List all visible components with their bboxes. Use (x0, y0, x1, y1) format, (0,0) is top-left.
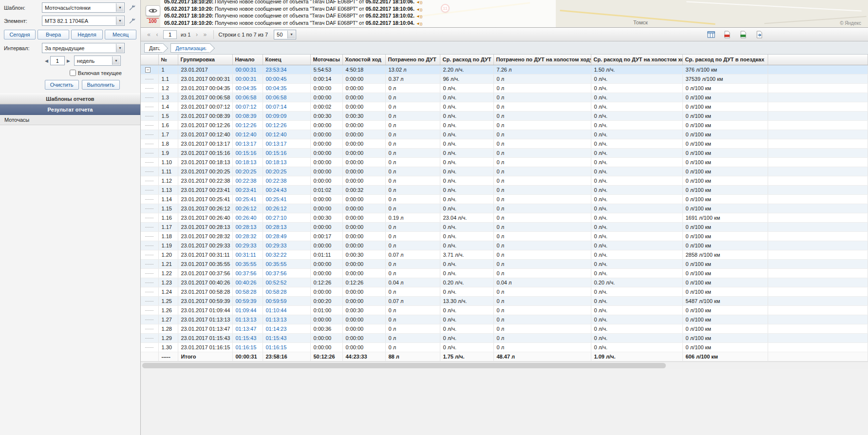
end-time-link[interactable]: 00:18:13 (266, 159, 287, 165)
column-settings-icon[interactable] (707, 30, 716, 39)
table-row[interactable]: 1.2523.01.2017 00:59:3900:59:3900:59:590… (141, 296, 868, 305)
map-strip[interactable]: Ярославль Томск 100 11 05.02.2017 18:10:… (141, 0, 868, 28)
include-current-checkbox[interactable] (70, 70, 76, 76)
table-row[interactable]: 1.2123.01.2017 00:35:5500:35:5500:35:550… (141, 259, 868, 268)
export-pdf-icon[interactable] (723, 30, 732, 39)
start-time-link[interactable]: 01:16:15 (236, 344, 257, 350)
interval-count-input[interactable] (50, 56, 65, 65)
interval-select[interactable]: За предыдущие ▼ (42, 43, 125, 53)
start-time-link[interactable]: 00:40:26 (236, 280, 257, 285)
table-row[interactable]: 1.1623.01.2017 00:26:4000:26:4000:27:100… (141, 213, 868, 222)
end-time-link[interactable]: 00:26:12 (266, 206, 287, 211)
result-item-motohours[interactable]: Моточасы (0, 115, 140, 125)
export-file-icon[interactable] (755, 30, 764, 39)
end-time-link[interactable]: 00:28:13 (266, 224, 287, 230)
interval-unit-select[interactable]: недель ▼ (74, 56, 121, 66)
stepper-increment-icon[interactable]: ▶ (65, 58, 72, 63)
table-row[interactable]: 1.423.01.2017 00:07:1200:07:1200:07:140:… (141, 102, 868, 111)
table-row[interactable]: 1.2023.01.2017 00:31:1100:31:1100:32:220… (141, 250, 868, 259)
end-time-link[interactable]: 01:15:43 (266, 335, 287, 341)
end-time-link[interactable]: 23:53:34 (266, 67, 287, 73)
table-row[interactable]: 1.2623.01.2017 01:09:4401:09:4401:10:440… (141, 305, 868, 315)
end-time-link[interactable]: 00:58:28 (266, 289, 287, 295)
period-month-button[interactable]: Месяц (105, 30, 136, 39)
start-time-link[interactable]: 00:59:39 (236, 298, 257, 304)
stepper-decrement-icon[interactable]: ◀ (43, 58, 50, 63)
table-row[interactable]: 1.1923.01.2017 00:29:3300:29:3300:29:330… (141, 241, 868, 250)
chevron-down-icon[interactable]: ▼ (116, 44, 124, 52)
collapse-toggle-icon[interactable]: − (145, 67, 151, 73)
end-time-link[interactable]: 01:16:15 (266, 344, 287, 350)
start-time-link[interactable]: 00:15:16 (236, 150, 257, 156)
start-time-link[interactable]: 00:07:12 (236, 104, 257, 110)
start-time-link[interactable]: 00:06:58 (236, 95, 257, 100)
start-time-link[interactable]: 00:18:13 (236, 159, 257, 165)
start-time-link[interactable]: 01:13:47 (236, 326, 257, 332)
horizontal-scrollbar[interactable] (141, 361, 868, 369)
end-time-link[interactable]: 00:59:59 (266, 298, 287, 304)
start-time-link[interactable]: 00:23:41 (236, 187, 257, 193)
end-time-link[interactable]: 00:52:52 (266, 280, 287, 285)
table-row[interactable]: 1.2823.01.2017 01:13:4701:13:4701:14:230… (141, 324, 868, 333)
table-row[interactable]: 1.2923.01.2017 01:15:4301:15:4301:15:430… (141, 333, 868, 342)
end-time-link[interactable]: 00:28:49 (266, 233, 287, 239)
map-copyright[interactable]: © Яндекс (840, 20, 861, 26)
scrollbar-thumb[interactable] (142, 363, 666, 368)
run-button[interactable]: Выполнить (82, 80, 120, 90)
column-header[interactable]: Ср. расход по ДУТ (440, 55, 493, 65)
start-time-link[interactable]: 00:31:11 (236, 252, 256, 258)
table-row[interactable]: 1.3023.01.2017 01:16:1501:16:1501:16:150… (141, 342, 868, 352)
clear-button[interactable]: Очистить (45, 80, 79, 90)
start-time-link[interactable]: 00:00:31 (236, 67, 257, 73)
table-row[interactable]: 1.623.01.2017 00:12:2600:12:2600:12:260:… (141, 120, 868, 130)
table-row[interactable]: 1.323.01.2017 00:06:5800:06:5800:06:580:… (141, 93, 868, 102)
table-row[interactable]: 1.923.01.2017 00:15:1600:15:1600:15:160:… (141, 148, 868, 157)
page-number-input[interactable] (163, 30, 177, 39)
table-row[interactable]: 1.2223.01.2017 00:37:5600:37:5600:37:560… (141, 268, 868, 278)
column-header[interactable]: № (158, 55, 178, 65)
export-excel-icon[interactable] (739, 30, 748, 39)
column-header[interactable]: Потрачено по ДУТ на холостом ходу (493, 55, 591, 65)
table-row[interactable]: 1.1023.01.2017 00:18:1300:18:1300:18:130… (141, 157, 868, 167)
table-row[interactable]: 1.1823.01.2017 00:28:3200:28:3200:28:490… (141, 231, 868, 241)
tab-date[interactable]: Дата (144, 43, 163, 53)
column-header[interactable]: Конец (263, 55, 310, 65)
end-time-link[interactable]: 00:04:35 (266, 85, 287, 91)
table-row[interactable]: 1.523.01.2017 00:08:3900:08:3900:09:090:… (141, 111, 868, 120)
end-time-link[interactable]: 00:24:43 (266, 187, 287, 193)
template-select[interactable]: Моточасы/стоянки ▼ (42, 2, 125, 13)
column-header[interactable]: Холостой ход (342, 55, 385, 65)
start-time-link[interactable]: 00:04:35 (236, 85, 257, 91)
start-time-link[interactable]: 00:37:56 (236, 270, 257, 276)
start-time-link[interactable]: 00:29:33 (236, 243, 257, 248)
column-header[interactable]: Ср. расход по ДУТ на холостом ходу (591, 55, 682, 65)
table-row[interactable]: 1.1723.01.2017 00:28:1300:28:1300:28:130… (141, 222, 868, 231)
end-time-link[interactable]: 00:27:10 (266, 215, 287, 221)
start-time-link[interactable]: 00:26:12 (236, 206, 257, 211)
end-time-link[interactable]: 00:00:45 (266, 76, 287, 82)
end-time-link[interactable]: 00:25:41 (266, 196, 287, 202)
element-settings-wrench-icon[interactable] (127, 16, 136, 26)
end-time-link[interactable]: 00:32:22 (266, 252, 287, 258)
start-time-link[interactable]: 01:09:44 (236, 307, 257, 313)
start-time-link[interactable]: 00:35:55 (236, 261, 257, 267)
template-settings-wrench-icon[interactable] (127, 3, 136, 13)
chevron-down-icon[interactable]: ▼ (116, 17, 124, 25)
start-time-link[interactable]: 00:26:40 (236, 215, 257, 221)
end-time-link[interactable]: 00:29:33 (266, 243, 287, 248)
chevron-down-icon[interactable]: ▼ (112, 57, 120, 65)
end-time-link[interactable]: 01:10:44 (266, 307, 287, 313)
end-time-link[interactable]: 00:13:17 (266, 141, 287, 147)
prev-page-icon[interactable]: ‹ (153, 30, 161, 39)
end-time-link[interactable]: 01:14:23 (266, 326, 287, 332)
page-size-select[interactable]: 50 ▼ (274, 30, 296, 39)
table-row[interactable]: 1.823.01.2017 00:13:1700:13:1700:13:170:… (141, 139, 868, 148)
table-row[interactable]: 1.1123.01.2017 00:20:2500:20:2500:20:250… (141, 167, 868, 176)
element-select[interactable]: МТЗ 82.1 1704ЕА ▼ (42, 16, 125, 26)
table-row[interactable]: −123.01.201700:00:3123:53:345:54:534:50:… (141, 65, 868, 74)
end-time-link[interactable]: 00:12:26 (266, 122, 287, 128)
start-time-link[interactable]: 00:13:17 (236, 141, 257, 147)
start-time-link[interactable]: 00:20:25 (236, 169, 257, 174)
table-row[interactable]: 1.2323.01.2017 00:40:2600:40:2600:52:520… (141, 278, 868, 287)
end-time-link[interactable]: 00:06:58 (266, 95, 287, 100)
